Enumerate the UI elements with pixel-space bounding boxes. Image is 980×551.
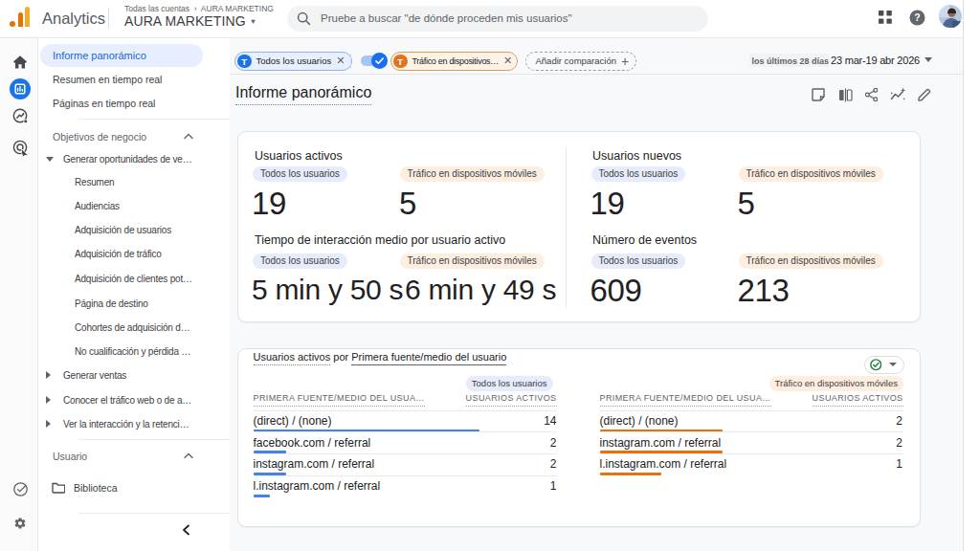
svg-text:?: ? (914, 11, 920, 23)
